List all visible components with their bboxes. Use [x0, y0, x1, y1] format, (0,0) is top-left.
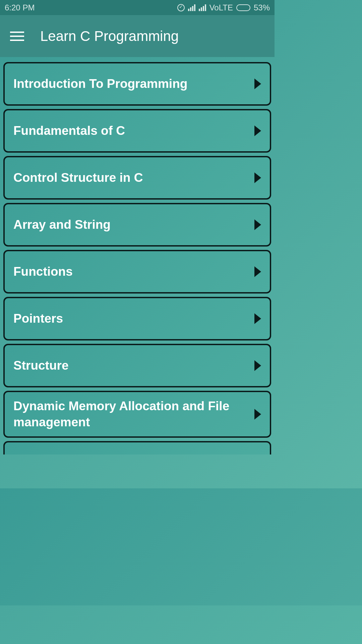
app-bar: Learn C Programming [0, 15, 275, 57]
topic-partial[interactable] [3, 441, 271, 454]
app-title: Learn C Programming [40, 28, 179, 44]
topic-pointers[interactable]: Pointers [3, 297, 271, 340]
chevron-right-icon [254, 219, 261, 230]
chevron-right-icon [254, 360, 261, 371]
chevron-right-icon [254, 125, 261, 136]
signal-icon [188, 4, 195, 11]
chevron-right-icon [254, 266, 261, 277]
topic-label: Pointers [13, 311, 254, 327]
battery-icon [236, 4, 250, 11]
topic-array-string[interactable]: Array and String [3, 203, 271, 247]
alarm-icon [177, 4, 185, 11]
chevron-right-icon [254, 78, 261, 89]
topic-dynamic-memory[interactable]: Dynamic Memory Allocation and File manag… [3, 391, 271, 438]
status-right: VoLTE 53% [177, 3, 270, 12]
topic-label: Control Structure in C [13, 170, 254, 186]
topic-control-structure[interactable]: Control Structure in C [3, 156, 271, 200]
topic-label: Array and String [13, 217, 254, 233]
battery-percent: 53% [254, 3, 270, 12]
status-time: 6:20 PM [5, 3, 35, 12]
chevron-right-icon [254, 409, 261, 420]
topic-label: Dynamic Memory Allocation and File manag… [13, 398, 254, 430]
status-bar: 6:20 PM VoLTE 53% [0, 0, 275, 15]
topic-label: Introduction To Programming [13, 76, 254, 92]
signal-icon-2 [199, 4, 206, 11]
topic-label: Fundamentals of C [13, 123, 254, 139]
topic-list: Introduction To Programming Fundamentals… [0, 57, 275, 460]
chevron-right-icon [254, 172, 261, 183]
topic-label: Structure [13, 358, 254, 374]
menu-icon[interactable] [10, 32, 24, 41]
network-label: VoLTE [209, 3, 233, 12]
topic-fundamentals[interactable]: Fundamentals of C [3, 109, 271, 153]
topic-introduction[interactable]: Introduction To Programming [3, 62, 271, 106]
topic-label: Functions [13, 264, 254, 280]
topic-structure[interactable]: Structure [3, 344, 271, 387]
chevron-right-icon [254, 313, 261, 324]
topic-functions[interactable]: Functions [3, 250, 271, 293]
